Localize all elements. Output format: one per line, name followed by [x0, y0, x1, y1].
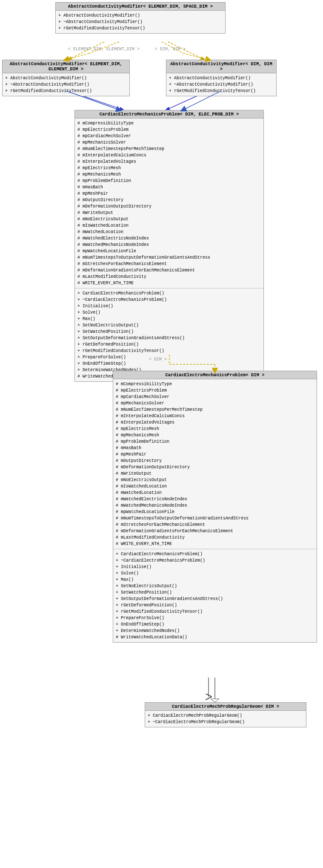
abstract-top-methods: + AbstractConductivityModifier() + ~Abst…	[56, 11, 225, 33]
abstract-left-title: AbstractConductivityModifier< ELEMENT_DI…	[3, 60, 129, 73]
cardiac-two-dim-box: CardiacElectroMechanicsProblem< DIM, ELE…	[74, 110, 264, 382]
cardiac-regular-geom-title: CardiacElectroMechProbRegularGeom< DIM >	[145, 703, 306, 711]
cardiac-two-dim-title: CardiacElectroMechanicsProblem< DIM, ELE…	[75, 110, 263, 118]
cardiac-two-dim-attributes: # mCompressibilityType # mpElectricsProb…	[75, 118, 263, 288]
abstract-right-title: AbstractConductivityModifier< DIM, DIM >	[166, 60, 276, 73]
diagram-container: AbstractConductivityModifier< ELEMENT_DI…	[0, 0, 323, 868]
svg-line-11	[183, 53, 209, 60]
cardiac-regular-geom-methods: + CardiacElectroMechProbRegularGeom() + …	[145, 711, 306, 727]
dim-label: < DIM >	[149, 357, 167, 362]
svg-line-9	[66, 53, 89, 60]
cardiac-two-dim-methods: + CardiacElectroMechanicsProblem() + ~Ca…	[75, 288, 263, 381]
abstract-left-box: AbstractConductivityModifier< ELEMENT_DI…	[2, 60, 130, 96]
cardiac-regular-geom-box: CardiacElectroMechProbRegularGeom< DIM >…	[145, 702, 306, 727]
cardiac-one-dim-attributes: # mCompressibilityType # mpElectricsProb…	[113, 379, 317, 549]
cardiac-one-dim-box: CardiacElectroMechanicsProblem< DIM > # …	[113, 371, 317, 643]
cardiac-one-dim-title: CardiacElectroMechanicsProblem< DIM >	[113, 371, 317, 379]
abstract-top-title: AbstractConductivityModifier< ELEMENT_DI…	[56, 3, 225, 11]
cardiac-one-dim-methods: + CardiacElectroMechanicsProblem() + ~Ca…	[113, 549, 317, 642]
abstract-right-methods: + AbstractConductivityModifier() + ~Abst…	[166, 73, 276, 96]
abstract-left-methods: + AbstractConductivityModifier() + ~Abst…	[3, 73, 129, 96]
abstract-right-box: AbstractConductivityModifier< DIM, DIM >…	[166, 60, 277, 96]
svg-marker-18	[211, 699, 219, 702]
inheritance-label-1: < ELEMENT_DIM, ELEMENT_DIM > < DIM, DIM …	[68, 47, 186, 52]
abstract-top-box: AbstractConductivityModifier< ELEMENT_DI…	[55, 2, 226, 34]
